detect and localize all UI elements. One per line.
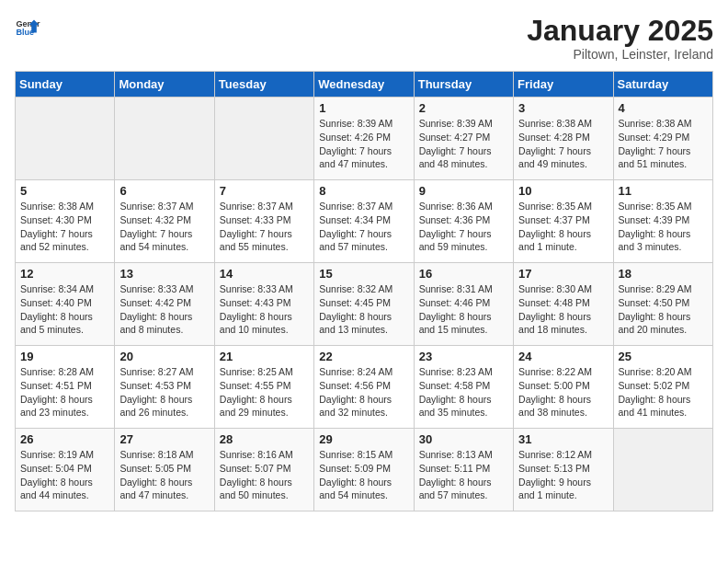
day-info: Sunrise: 8:19 AMSunset: 5:04 PMDaylight:… [20,448,109,502]
calendar-cell: 8Sunrise: 8:37 AMSunset: 4:34 PMDaylight… [314,180,414,263]
calendar-cell: 7Sunrise: 8:37 AMSunset: 4:33 PMDaylight… [214,180,313,263]
calendar-cell [16,98,115,180]
day-info: Sunrise: 8:39 AMSunset: 4:26 PMDaylight:… [319,117,408,171]
calendar-cell: 21Sunrise: 8:25 AMSunset: 4:55 PMDayligh… [214,346,313,429]
calendar-cell: 26Sunrise: 8:19 AMSunset: 5:04 PMDayligh… [16,429,115,511]
calendar-cell [115,98,214,180]
day-number: 8 [319,184,408,198]
calendar-cell: 29Sunrise: 8:15 AMSunset: 5:09 PMDayligh… [314,429,414,511]
calendar-cell: 11Sunrise: 8:35 AMSunset: 4:39 PMDayligh… [613,180,712,263]
day-number: 23 [419,350,508,363]
day-number: 1 [319,101,408,115]
day-info: Sunrise: 8:38 AMSunset: 4:30 PMDaylight:… [20,200,109,254]
calendar-week-row: 5Sunrise: 8:38 AMSunset: 4:30 PMDaylight… [16,180,713,263]
day-of-week-header: Friday [514,72,613,98]
day-info: Sunrise: 8:37 AMSunset: 4:34 PMDaylight:… [319,200,408,254]
day-info: Sunrise: 8:38 AMSunset: 4:28 PMDaylight:… [518,117,608,171]
day-info: Sunrise: 8:38 AMSunset: 4:29 PMDaylight:… [619,117,708,171]
calendar-cell: 2Sunrise: 8:39 AMSunset: 4:27 PMDaylight… [414,98,513,180]
calendar-cell: 30Sunrise: 8:13 AMSunset: 5:11 PMDayligh… [414,429,513,511]
day-info: Sunrise: 8:32 AMSunset: 4:45 PMDaylight:… [319,282,408,337]
day-info: Sunrise: 8:27 AMSunset: 4:53 PMDaylight:… [119,365,209,419]
day-info: Sunrise: 8:35 AMSunset: 4:37 PMDaylight:… [518,200,608,254]
calendar-cell: 9Sunrise: 8:36 AMSunset: 4:36 PMDaylight… [414,180,513,263]
day-number: 26 [20,432,109,446]
day-of-week-header: Saturday [613,72,712,98]
day-of-week-header: Wednesday [314,72,414,98]
day-info: Sunrise: 8:30 AMSunset: 4:48 PMDaylight:… [518,282,608,337]
calendar-cell: 15Sunrise: 8:32 AMSunset: 4:45 PMDayligh… [314,263,414,346]
day-info: Sunrise: 8:31 AMSunset: 4:46 PMDaylight:… [419,282,508,337]
day-number: 28 [220,432,309,446]
day-info: Sunrise: 8:37 AMSunset: 4:32 PMDaylight:… [119,200,209,254]
day-number: 24 [518,350,608,363]
calendar-cell: 24Sunrise: 8:22 AMSunset: 5:00 PMDayligh… [514,346,613,429]
day-info: Sunrise: 8:13 AMSunset: 5:11 PMDaylight:… [419,448,508,502]
day-number: 15 [319,267,408,281]
day-number: 21 [220,350,309,363]
logo: General Blue [15,15,40,40]
day-info: Sunrise: 8:33 AMSunset: 4:42 PMDaylight:… [119,282,209,337]
calendar-cell: 4Sunrise: 8:38 AMSunset: 4:29 PMDaylight… [613,98,712,180]
calendar-cell [214,98,313,180]
day-info: Sunrise: 8:18 AMSunset: 5:05 PMDaylight:… [119,448,209,502]
day-info: Sunrise: 8:34 AMSunset: 4:40 PMDaylight:… [20,282,109,337]
day-number: 13 [119,267,209,281]
day-number: 3 [518,101,608,115]
day-number: 14 [220,267,309,281]
day-of-week-header: Tuesday [214,72,313,98]
calendar-cell: 16Sunrise: 8:31 AMSunset: 4:46 PMDayligh… [414,263,513,346]
calendar-header-row: SundayMondayTuesdayWednesdayThursdayFrid… [16,72,713,98]
day-info: Sunrise: 8:37 AMSunset: 4:33 PMDaylight:… [220,200,309,254]
day-info: Sunrise: 8:29 AMSunset: 4:50 PMDaylight:… [619,282,708,337]
calendar-week-row: 1Sunrise: 8:39 AMSunset: 4:26 PMDaylight… [16,98,713,180]
calendar-cell: 23Sunrise: 8:23 AMSunset: 4:58 PMDayligh… [414,346,513,429]
day-info: Sunrise: 8:15 AMSunset: 5:09 PMDaylight:… [319,448,408,502]
day-info: Sunrise: 8:22 AMSunset: 5:00 PMDaylight:… [518,365,608,419]
day-number: 11 [619,184,708,198]
day-number: 22 [319,350,408,363]
svg-text:Blue: Blue [16,28,34,37]
day-number: 31 [518,432,608,446]
calendar-cell: 25Sunrise: 8:20 AMSunset: 5:02 PMDayligh… [613,346,712,429]
calendar-cell: 31Sunrise: 8:12 AMSunset: 5:13 PMDayligh… [514,429,613,511]
day-number: 10 [518,184,608,198]
calendar-cell: 1Sunrise: 8:39 AMSunset: 4:26 PMDaylight… [314,98,414,180]
calendar-week-row: 19Sunrise: 8:28 AMSunset: 4:51 PMDayligh… [16,346,713,429]
calendar-cell: 22Sunrise: 8:24 AMSunset: 4:56 PMDayligh… [314,346,414,429]
calendar-cell [613,429,712,511]
calendar-cell: 14Sunrise: 8:33 AMSunset: 4:43 PMDayligh… [214,263,313,346]
calendar-cell: 20Sunrise: 8:27 AMSunset: 4:53 PMDayligh… [115,346,214,429]
calendar-table: SundayMondayTuesdayWednesdayThursdayFrid… [15,71,713,511]
day-info: Sunrise: 8:16 AMSunset: 5:07 PMDaylight:… [220,448,309,502]
logo-icon: General Blue [15,15,40,40]
page-header: General Blue January 2025 Piltown, Leins… [15,15,713,62]
title-block: January 2025 Piltown, Leinster, Ireland [527,15,713,62]
day-info: Sunrise: 8:25 AMSunset: 4:55 PMDaylight:… [220,365,309,419]
calendar-cell: 6Sunrise: 8:37 AMSunset: 4:32 PMDaylight… [115,180,214,263]
day-info: Sunrise: 8:23 AMSunset: 4:58 PMDaylight:… [419,365,508,419]
calendar-cell: 18Sunrise: 8:29 AMSunset: 4:50 PMDayligh… [613,263,712,346]
calendar-cell: 13Sunrise: 8:33 AMSunset: 4:42 PMDayligh… [115,263,214,346]
calendar-cell: 27Sunrise: 8:18 AMSunset: 5:05 PMDayligh… [115,429,214,511]
calendar-week-row: 26Sunrise: 8:19 AMSunset: 5:04 PMDayligh… [16,429,713,511]
day-number: 2 [419,101,508,115]
calendar-cell: 28Sunrise: 8:16 AMSunset: 5:07 PMDayligh… [214,429,313,511]
day-number: 7 [220,184,309,198]
calendar-cell: 10Sunrise: 8:35 AMSunset: 4:37 PMDayligh… [514,180,613,263]
day-number: 12 [20,267,109,281]
day-of-week-header: Monday [115,72,214,98]
day-number: 19 [20,350,109,363]
day-number: 9 [419,184,508,198]
calendar-cell: 17Sunrise: 8:30 AMSunset: 4:48 PMDayligh… [514,263,613,346]
day-info: Sunrise: 8:39 AMSunset: 4:27 PMDaylight:… [419,117,508,171]
day-info: Sunrise: 8:12 AMSunset: 5:13 PMDaylight:… [518,448,608,502]
day-info: Sunrise: 8:33 AMSunset: 4:43 PMDaylight:… [220,282,309,337]
day-number: 4 [619,101,708,115]
day-number: 29 [319,432,408,446]
day-number: 16 [419,267,508,281]
location-subtitle: Piltown, Leinster, Ireland [527,47,713,62]
day-number: 5 [20,184,109,198]
day-info: Sunrise: 8:35 AMSunset: 4:39 PMDaylight:… [619,200,708,254]
day-info: Sunrise: 8:24 AMSunset: 4:56 PMDaylight:… [319,365,408,419]
